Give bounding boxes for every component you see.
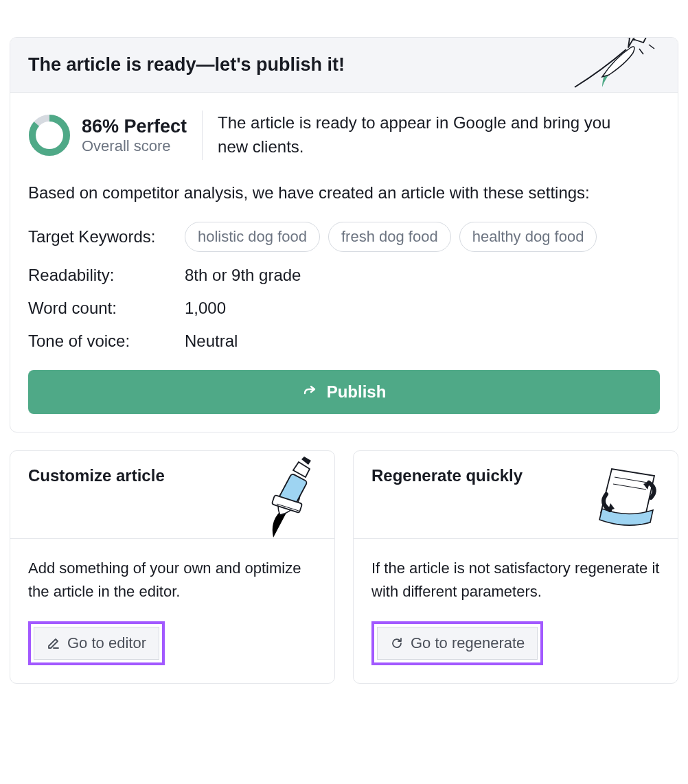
main-body: 86% Perfect Overall score The article is… (10, 93, 678, 432)
regenerate-title: Regenerate quickly (371, 466, 523, 485)
readability-label: Readability: (28, 266, 185, 285)
score-value: 86% Perfect (82, 116, 187, 137)
publish-button[interactable]: Publish (28, 370, 660, 414)
go-to-regenerate-button[interactable]: Go to regenerate (377, 627, 538, 660)
main-card: The article is ready—let's publish it! 8… (10, 37, 678, 433)
editor-button-label: Go to editor (67, 634, 146, 652)
highlight-frame: Go to regenerate (371, 621, 543, 665)
regenerate-card: Regenerate quickly If the article is not… (353, 450, 678, 684)
regenerate-header: Regenerate quickly (354, 451, 678, 539)
regenerate-body: If the article is not satisfactory regen… (354, 539, 678, 683)
regenerate-button-label: Go to regenerate (411, 634, 525, 652)
keywords-label: Target Keywords: (28, 227, 185, 246)
keywords-chips: holistic dog food fresh dog food healthy… (185, 222, 597, 252)
keywords-row: Target Keywords: holistic dog food fresh… (28, 222, 660, 252)
customize-header: Customize article (10, 451, 334, 539)
customize-desc: Add something of your own and optimize t… (28, 557, 317, 603)
customize-title: Customize article (28, 466, 165, 485)
tone-value: Neutral (185, 332, 238, 351)
tone-label: Tone of voice: (28, 332, 185, 351)
go-to-editor-button[interactable]: Go to editor (34, 627, 159, 660)
main-title: The article is ready—let's publish it! (28, 54, 660, 76)
pencil-hand-icon (242, 457, 325, 538)
publish-label: Publish (327, 382, 387, 402)
tone-row: Tone of voice: Neutral (28, 332, 660, 351)
regenerate-desc: If the article is not satisfactory regen… (371, 557, 660, 603)
share-arrow-icon (302, 384, 319, 400)
score-text: 86% Perfect Overall score (82, 116, 187, 155)
customize-card: Customize article Add something of your … (10, 450, 335, 684)
highlight-frame: Go to editor (28, 621, 165, 665)
document-cycle-icon (586, 457, 668, 533)
main-header: The article is ready—let's publish it! (10, 38, 678, 93)
divider (202, 111, 203, 160)
intro-text: Based on competitor analysis, we have cr… (28, 181, 660, 205)
refresh-icon (390, 636, 404, 650)
keyword-chip: holistic dog food (185, 222, 320, 252)
wordcount-label: Word count: (28, 299, 185, 318)
wordcount-value: 1,000 (185, 299, 226, 318)
lower-cards-row: Customize article Add something of your … (10, 450, 678, 684)
score-progress-ring (28, 114, 71, 157)
paper-plane-icon (568, 37, 664, 101)
keyword-chip: healthy dog food (459, 222, 597, 252)
edit-icon (47, 636, 60, 650)
readability-value: 8th or 9th grade (185, 266, 301, 285)
readability-row: Readability: 8th or 9th grade (28, 266, 660, 285)
wordcount-row: Word count: 1,000 (28, 299, 660, 318)
customize-body: Add something of your own and optimize t… (10, 539, 334, 683)
score-row: 86% Perfect Overall score The article is… (28, 111, 660, 160)
score-label: Overall score (82, 137, 187, 155)
keyword-chip: fresh dog food (328, 222, 451, 252)
score-description: The article is ready to appear in Google… (218, 111, 637, 159)
